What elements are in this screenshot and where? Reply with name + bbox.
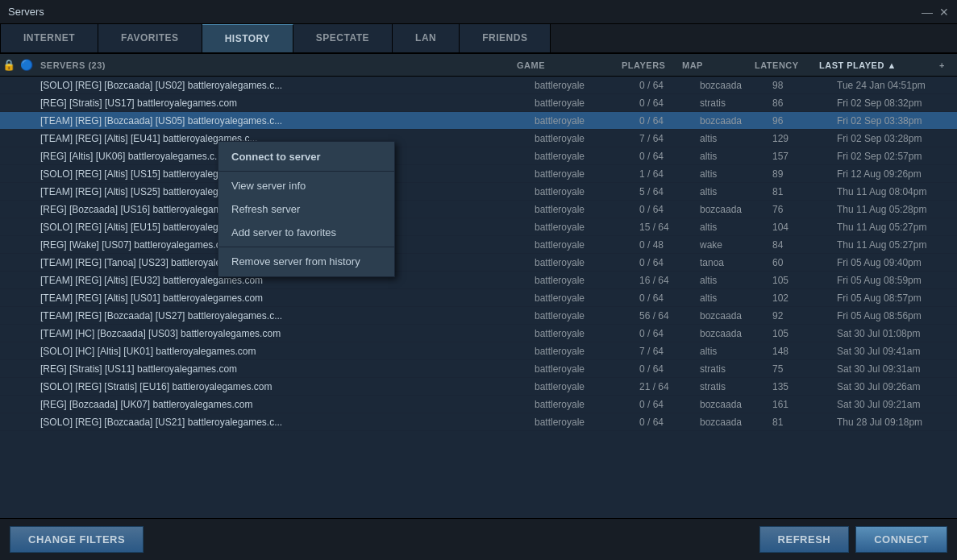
col-server-header[interactable]: SERVERS (23) [35, 60, 512, 70]
context-menu-item-2[interactable]: View server info [218, 174, 394, 197]
row-game: battleroyale [530, 204, 635, 215]
row-latency: 92 [768, 310, 832, 321]
row-map: bozcaada [695, 399, 768, 410]
table-row[interactable]: [TEAM] [REG] [Bozcaada] [US05] battleroy… [0, 112, 957, 130]
row-map: altis [695, 151, 768, 162]
row-game: battleroyale [530, 381, 635, 392]
row-lastplayed: Sat 30 Jul 09:26am [832, 381, 957, 392]
row-server: [REG] [Bozcaada] [UK07] battleroyalegame… [35, 399, 530, 410]
title-bar: Servers — ✕ [0, 0, 957, 24]
row-map: bozcaada [695, 328, 768, 339]
row-players: 1 / 64 [635, 168, 695, 180]
table-row[interactable]: [TEAM] [REG] [Bozcaada] [US27] battleroy… [0, 307, 957, 325]
table-row[interactable]: [TEAM] [REG] [Altis] [US25] battleroyale… [0, 183, 957, 201]
tab-favorites[interactable]: FAVORITES [98, 24, 202, 52]
row-game: battleroyale [530, 239, 635, 251]
row-players: 0 / 64 [635, 399, 695, 410]
table-header: 🔒 🔵 SERVERS (23) GAME PLAYERS MAP LATENC… [0, 54, 957, 77]
context-menu-item-4[interactable]: Add server to favorites [218, 221, 394, 244]
context-menu-item-0[interactable]: Connect to server [218, 145, 394, 168]
row-map: altis [695, 186, 768, 197]
row-game: battleroyale [530, 417, 635, 428]
row-players: 0 / 64 [635, 97, 695, 109]
row-latency: 148 [768, 346, 832, 357]
row-latency: 76 [768, 204, 832, 215]
refresh-button[interactable]: REFRESH [759, 526, 850, 553]
row-players: 0 / 64 [635, 151, 695, 162]
table-row[interactable]: [TEAM] [REG] [Tanoa] [US23] battleroyale… [0, 254, 957, 272]
table-row[interactable]: [TEAM] [REG] [Altis] [US01] battleroyale… [0, 289, 957, 307]
row-map: bozcaada [695, 417, 768, 428]
table-row[interactable]: [TEAM] [HC] [Bozcaada] [US03] battleroya… [0, 325, 957, 342]
table-row[interactable]: [REG] [Bozcaada] [UK07] battleroyalegame… [0, 396, 957, 413]
tab-history[interactable]: HISTORY [202, 24, 293, 52]
row-players: 0 / 64 [635, 292, 695, 304]
footer-right: REFRESH CONNECT [759, 526, 947, 553]
context-menu-separator [218, 171, 394, 172]
col-boost-header[interactable]: 🔵 [18, 59, 35, 71]
row-map: bozcaada [695, 204, 768, 215]
title-bar-controls: — ✕ [922, 6, 949, 19]
table-row[interactable]: [SOLO] [REG] [Bozcaada] [US21] battleroy… [0, 413, 957, 431]
table-row[interactable]: [REG] [Altis] [UK06] battleroyalegames.c… [0, 147, 957, 165]
row-latency: 129 [768, 133, 832, 144]
row-lastplayed: Fri 02 Sep 08:32pm [832, 97, 957, 109]
row-players: 0 / 48 [635, 239, 695, 251]
context-menu-item-3[interactable]: Refresh server [218, 197, 394, 221]
tab-spectate[interactable]: SPECTATE [293, 24, 393, 52]
table-row[interactable]: [SOLO] [REG] [Altis] [US15] battleroyale… [0, 165, 957, 183]
row-server: [TEAM] [HC] [Bozcaada] [US03] battleroya… [35, 328, 530, 339]
table-row[interactable]: [REG] [Bozcaada] [US16] battleroyalegame… [0, 201, 957, 218]
row-latency: 60 [768, 257, 832, 268]
tab-friends[interactable]: FRIENDS [460, 24, 551, 52]
row-server: [REG] [Stratis] [US11] battleroyalegames… [35, 363, 530, 375]
row-map: stratis [695, 381, 768, 392]
row-game: battleroyale [530, 310, 635, 321]
col-game-header[interactable]: GAME [512, 60, 617, 70]
close-button[interactable]: ✕ [939, 6, 949, 19]
row-players: 0 / 64 [635, 257, 695, 268]
table-row[interactable]: [REG] [Stratis] [US17] battleroyalegames… [0, 94, 957, 112]
row-latency: 157 [768, 151, 832, 162]
tab-lan[interactable]: LAN [393, 24, 460, 52]
row-lastplayed: Sat 30 Jul 09:21am [832, 399, 957, 410]
row-map: altis [695, 133, 768, 144]
col-add-header[interactable]: + [939, 60, 957, 70]
context-menu-item-6[interactable]: Remove server from history [218, 250, 394, 273]
row-map: bozcaada [695, 80, 768, 91]
row-game: battleroyale [530, 346, 635, 357]
row-server: [SOLO] [REG] [Stratis] [EU16] battleroya… [35, 381, 530, 392]
col-lastplayed-header[interactable]: LAST PLAYED ▲ [814, 60, 939, 70]
server-table[interactable]: [SOLO] [REG] [Bozcaada] [US02] battleroy… [0, 77, 957, 518]
row-server: [SOLO] [HC] [Altis] [UK01] battleroyaleg… [35, 346, 530, 357]
table-row[interactable]: [SOLO] [REG] [Stratis] [EU16] battleroya… [0, 378, 957, 396]
row-game: battleroyale [530, 186, 635, 197]
change-filters-button[interactable]: CHANGE FILTERS [10, 526, 144, 553]
col-players-header[interactable]: PLAYERS [617, 60, 677, 70]
table-row[interactable]: [REG] [Stratis] [US11] battleroyalegames… [0, 360, 957, 378]
row-server: [REG] [Stratis] [US17] battleroyalegames… [35, 97, 530, 109]
row-latency: 96 [768, 115, 832, 127]
row-map: wake [695, 239, 768, 251]
row-lastplayed: Thu 11 Aug 05:27pm [832, 239, 957, 251]
row-players: 0 / 64 [635, 328, 695, 339]
table-row[interactable]: [TEAM] [REG] [Altis] [EU41] battleroyale… [0, 130, 957, 147]
minimize-button[interactable]: — [922, 6, 933, 19]
row-game: battleroyale [530, 80, 635, 91]
row-players: 0 / 64 [635, 417, 695, 428]
table-row[interactable]: [TEAM] [REG] [Altis] [EU32] battleroyale… [0, 272, 957, 289]
tab-internet[interactable]: INTERNET [0, 24, 98, 52]
table-row[interactable]: [SOLO] [HC] [Altis] [UK01] battleroyaleg… [0, 342, 957, 360]
connect-button[interactable]: CONNECT [855, 526, 947, 553]
row-game: battleroyale [530, 133, 635, 144]
row-latency: 84 [768, 239, 832, 251]
col-lock-header[interactable]: 🔒 [0, 59, 18, 71]
col-map-header[interactable]: MAP [677, 60, 750, 70]
row-latency: 104 [768, 222, 832, 233]
row-lastplayed: Fri 02 Sep 03:28pm [832, 133, 957, 144]
table-row[interactable]: [REG] [Wake] [US07] battleroyalegames.co… [0, 236, 957, 254]
col-latency-header[interactable]: LATENCY [750, 60, 814, 70]
row-map: bozcaada [695, 115, 768, 127]
table-row[interactable]: [SOLO] [REG] [Altis] [EU15] battleroyale… [0, 218, 957, 236]
table-row[interactable]: [SOLO] [REG] [Bozcaada] [US02] battleroy… [0, 77, 957, 94]
